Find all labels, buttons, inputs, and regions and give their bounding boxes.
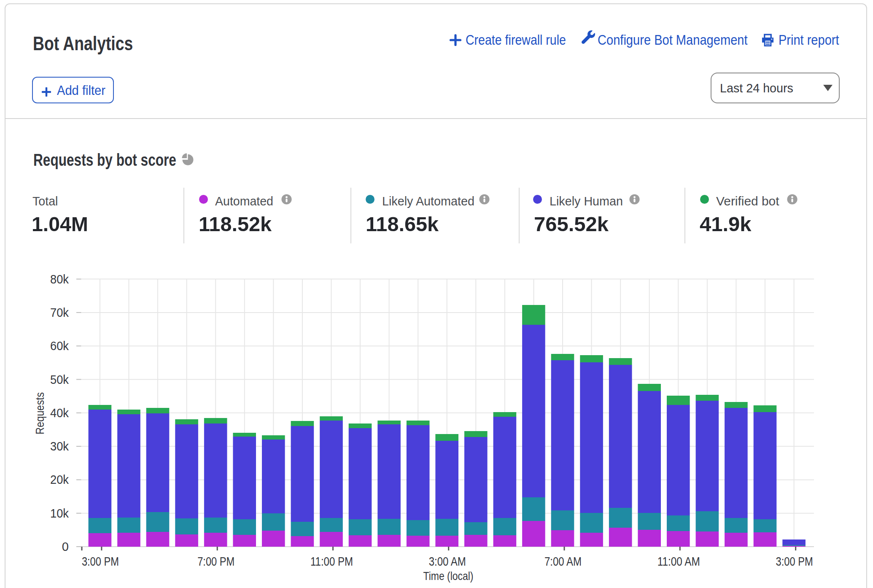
- svg-text:0: 0: [62, 540, 69, 553]
- svg-text:10k: 10k: [50, 507, 69, 520]
- svg-text:7:00 AM: 7:00 AM: [544, 555, 582, 568]
- svg-text:80k: 80k: [50, 272, 69, 286]
- svg-text:7:00 PM: 7:00 PM: [197, 555, 234, 568]
- svg-text:Requests: Requests: [33, 392, 46, 434]
- svg-text:60k: 60k: [50, 339, 69, 353]
- svg-text:70k: 70k: [50, 306, 69, 319]
- svg-text:30k: 30k: [50, 440, 69, 453]
- svg-text:3:00 PM: 3:00 PM: [82, 555, 119, 568]
- svg-text:Time (local): Time (local): [423, 569, 474, 583]
- svg-text:50k: 50k: [50, 373, 69, 386]
- svg-text:3:00 PM: 3:00 PM: [776, 555, 813, 568]
- svg-text:11:00 AM: 11:00 AM: [657, 555, 700, 568]
- svg-text:20k: 20k: [50, 473, 69, 486]
- svg-text:3:00 AM: 3:00 AM: [429, 555, 466, 568]
- svg-text:11:00 PM: 11:00 PM: [310, 555, 353, 568]
- svg-text:40k: 40k: [50, 406, 69, 420]
